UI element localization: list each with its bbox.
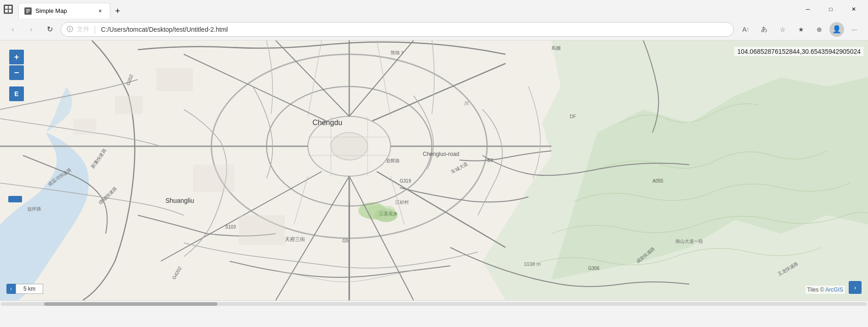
refresh-button[interactable]: ↻	[42, 22, 57, 37]
zoom-controls: + −	[9, 50, 24, 80]
maximize-button[interactable]: □	[820, 2, 841, 17]
attribution-tiles-text: Tiles ©	[807, 287, 824, 293]
back-button[interactable]: ‹	[6, 22, 20, 37]
coordinates-display: 104.06852876152844,30.65435942905024	[734, 47, 863, 56]
address-bar: ‹ › ↻ ⓘ 文件 │ C:/Users/tomcat/Desktop/tes…	[0, 18, 868, 40]
svg-rect-11	[368, 206, 395, 220]
svg-rect-5	[26, 9, 30, 10]
e-button[interactable]: E	[9, 86, 24, 101]
zoom-out-button[interactable]: −	[9, 65, 24, 80]
read-aloud-button[interactable]: A↑	[738, 21, 754, 38]
svg-rect-2	[5, 10, 8, 12]
map-attribution: Tiles © ArcGIS	[806, 286, 845, 294]
url-text: C:/Users/tomcat/Desktop/test/Untitled-2.…	[101, 26, 728, 33]
map-container[interactable]: + − E 104.06852876152844,30.654359429050…	[0, 40, 868, 300]
svg-rect-1	[9, 6, 11, 9]
svg-rect-0	[5, 6, 8, 9]
favorites-button[interactable]: ★	[793, 21, 809, 38]
svg-rect-39	[115, 96, 142, 114]
toolbar-icons: A↑ あ ☆ ★ ⊕ 👤 ···	[738, 21, 862, 38]
tab-bar: Simple Map × +	[17, 0, 794, 18]
map-nav-right-button[interactable]: ›	[849, 281, 862, 294]
horizontal-scrollbar	[0, 300, 868, 307]
separator-pipe: │	[93, 26, 97, 33]
svg-rect-42	[239, 215, 285, 245]
window-icon	[4, 5, 13, 14]
title-bar: Simple Map × + ─ □ ✕	[0, 0, 868, 18]
attribution-arcgis-link[interactable]: ArcGIS	[825, 287, 843, 293]
active-tab[interactable]: Simple Map ×	[18, 3, 110, 18]
scale-bar: › 5 km	[6, 284, 43, 294]
svg-rect-3	[9, 10, 11, 12]
immersive-reader-button[interactable]: あ	[756, 21, 772, 38]
scale-distance: 5 km	[16, 284, 43, 294]
separator: 文件	[77, 25, 90, 34]
svg-rect-6	[26, 11, 30, 11]
info-icon: ⓘ	[67, 25, 73, 34]
svg-rect-7	[26, 12, 28, 13]
close-button[interactable]: ✕	[843, 2, 864, 17]
new-tab-button[interactable]: +	[110, 4, 125, 18]
map-blue-indicator	[8, 196, 22, 202]
forward-button[interactable]: ›	[24, 22, 39, 37]
browser-essentials-button[interactable]: ⊕	[811, 21, 828, 38]
minimize-button[interactable]: ─	[797, 2, 818, 17]
tab-close-button[interactable]: ×	[96, 7, 104, 15]
add-favorites-button[interactable]: ☆	[774, 21, 791, 38]
window-controls: ─ □ ✕	[797, 2, 864, 17]
url-bar[interactable]: ⓘ 文件 │ C:/Users/tomcat/Desktop/test/Unti…	[61, 22, 734, 37]
tab-title: Simple Map	[35, 7, 67, 14]
profile-button[interactable]: 👤	[829, 22, 844, 37]
svg-rect-41	[193, 165, 234, 192]
scale-left-arrow[interactable]: ›	[6, 284, 16, 294]
svg-point-15	[331, 132, 368, 160]
scale-label: 5 km	[23, 286, 35, 292]
zoom-in-button[interactable]: +	[9, 50, 24, 64]
map-svg	[0, 40, 868, 300]
svg-rect-40	[74, 119, 96, 135]
tab-favicon	[24, 7, 32, 15]
settings-button[interactable]: ···	[846, 21, 862, 38]
scrollbar-thumb[interactable]	[44, 302, 217, 306]
svg-rect-38	[156, 68, 193, 91]
scrollbar-track[interactable]	[1, 302, 867, 306]
